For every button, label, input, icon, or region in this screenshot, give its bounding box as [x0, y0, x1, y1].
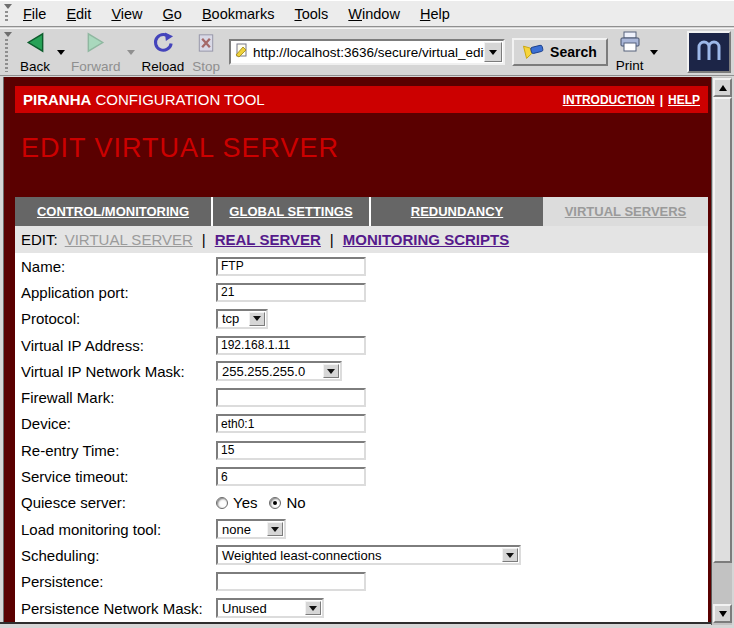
reload-icon	[151, 31, 175, 58]
device-input[interactable]	[216, 414, 366, 433]
menu-tools[interactable]: Tools	[287, 3, 335, 25]
url-history-dropdown[interactable]	[484, 42, 502, 62]
virtual-ip-network-mask-select[interactable]: 255.255.255.0	[216, 361, 342, 381]
print-label: Print	[616, 58, 644, 73]
subnav-links: VIRTUAL SERVER|REAL SERVER|MONITORING SC…	[65, 231, 509, 248]
page-title: EDIT VIRTUAL SERVER	[21, 133, 339, 164]
tab-redundancy[interactable]: REDUNDANCY	[371, 197, 543, 226]
form-row-re-entry-time: Re-entry Time:	[15, 437, 708, 463]
menu-edit[interactable]: Edit	[59, 3, 98, 25]
url-bar: http://localhost:3636/secure/virtual_edi…	[229, 39, 505, 65]
field-label-re-entry-time: Re-entry Time:	[21, 442, 216, 459]
form-row-persistence: Persistence:	[15, 569, 708, 595]
stop-label: Stop	[192, 59, 220, 74]
load-monitoring-tool-select[interactable]: none	[216, 519, 286, 539]
form-row-virtual-ip-address: Virtual IP Address:	[15, 332, 708, 358]
scroll-up-icon[interactable]	[713, 78, 732, 97]
field-label-application-port: Application port:	[21, 284, 216, 301]
menu-file[interactable]: File	[16, 3, 53, 25]
menu-bookmarks[interactable]: Bookmarks	[195, 3, 282, 25]
chevron-down-icon	[305, 601, 321, 615]
search-button[interactable]: Search	[512, 38, 608, 66]
search-label: Search	[550, 44, 597, 60]
re-entry-time-input[interactable]	[216, 441, 366, 460]
scrollbar-thumb[interactable]	[713, 97, 732, 563]
reload-button[interactable]: Reload	[138, 30, 189, 74]
menu-items: FileEditViewGoBookmarksToolsWindowHelp	[16, 3, 463, 25]
scroll-down-icon[interactable]	[713, 604, 732, 623]
name-input[interactable]	[216, 257, 366, 276]
search-icon	[523, 42, 545, 63]
quiesce-server-radio-yes[interactable]	[216, 497, 228, 509]
field-label-load-monitoring-tool: Load monitoring tool:	[21, 521, 216, 538]
field-label-scheduling: Scheduling:	[21, 547, 216, 564]
tab-virtual-servers[interactable]: VIRTUAL SERVERS	[543, 197, 708, 226]
print-button[interactable]: Print	[612, 30, 648, 74]
protocol-select[interactable]: tcp	[216, 309, 268, 329]
url-input[interactable]: http://localhost:3636/secure/virtual_edi…	[250, 45, 484, 60]
piranha-header-bar: PIRANHA CONFIGURATION TOOL INTRODUCTION|…	[15, 86, 708, 113]
field-label-persistence-network-mask: Persistence Network Mask:	[21, 600, 216, 617]
menu-view[interactable]: View	[104, 3, 149, 25]
field-label-persistence: Persistence:	[21, 573, 216, 590]
field-label-name: Name:	[21, 258, 216, 275]
back-dropdown-button[interactable]	[54, 37, 67, 67]
stop-icon	[194, 31, 218, 58]
form-row-virtual-ip-network-mask: Virtual IP Network Mask:255.255.255.0	[15, 358, 708, 384]
reload-label: Reload	[142, 59, 185, 74]
mozilla-logo-icon	[692, 34, 726, 70]
form-row-persistence-network-mask: Persistence Network Mask:Unused	[15, 595, 708, 621]
service-timeout-input[interactable]	[216, 467, 366, 486]
scheduling-select[interactable]: Weighted least-connections	[216, 545, 521, 565]
window-bottom-edge	[0, 622, 711, 628]
introduction-link[interactable]: INTRODUCTION	[563, 93, 655, 107]
subnav-monitoring-scripts[interactable]: MONITORING SCRIPTS	[343, 231, 509, 248]
form-row-application-port: Application port:	[15, 279, 708, 305]
field-label-protocol: Protocol:	[21, 310, 216, 327]
help-link[interactable]: HELP	[668, 93, 700, 107]
menu-help[interactable]: Help	[413, 3, 457, 25]
page-content: PIRANHA CONFIGURATION TOOL INTRODUCTION|…	[3, 77, 711, 622]
back-icon	[23, 31, 47, 58]
print-icon	[618, 31, 642, 57]
field-label-firewall-mark: Firewall Mark:	[21, 389, 216, 406]
forward-dropdown-button[interactable]	[125, 37, 138, 67]
persistence-input[interactable]	[216, 572, 366, 591]
stop-button[interactable]: Stop	[188, 30, 224, 74]
toolbar-grippy[interactable]	[2, 3, 12, 24]
forward-button[interactable]: Forward	[67, 30, 125, 74]
form-row-name: Name:	[15, 253, 708, 279]
virtual-ip-address-input[interactable]	[216, 336, 366, 355]
menu-go[interactable]: Go	[156, 3, 189, 25]
toolbar-grippy[interactable]	[2, 31, 12, 73]
print-dropdown-button[interactable]	[648, 37, 661, 67]
subnav-real-server[interactable]: REAL SERVER	[215, 231, 321, 248]
firewall-mark-input[interactable]	[216, 388, 366, 407]
forward-label: Forward	[71, 59, 121, 74]
form-row-device: Device:	[15, 411, 708, 437]
back-button[interactable]: Back	[16, 30, 54, 74]
tab-global-settings[interactable]: GLOBAL SETTINGS	[213, 197, 371, 226]
mozilla-throbber-button[interactable]	[687, 31, 731, 73]
quiesce-server-radio-no[interactable]	[269, 497, 281, 509]
application-port-input[interactable]	[216, 283, 366, 302]
menu-bar: FileEditViewGoBookmarksToolsWindowHelp	[0, 0, 734, 27]
app-title: PIRANHA CONFIGURATION TOOL	[23, 91, 265, 108]
page-bookmark-icon	[234, 42, 250, 62]
edit-prefix-label: EDIT:	[21, 231, 58, 248]
field-label-service-timeout: Service timeout:	[21, 468, 216, 485]
subnav-virtual-server: VIRTUAL SERVER	[65, 231, 193, 248]
chevron-down-icon	[502, 548, 518, 562]
chevron-down-icon	[323, 364, 339, 378]
menu-window[interactable]: Window	[341, 3, 407, 25]
vertical-scrollbar[interactable]	[711, 77, 732, 625]
browser-window: FileEditViewGoBookmarksToolsWindowHelp B…	[0, 0, 734, 628]
navigation-toolbar: Back Forward Reload Stop http:	[0, 28, 734, 76]
field-label-virtual-ip-address: Virtual IP Address:	[21, 337, 216, 354]
persistence-network-mask-select[interactable]: Unused	[216, 598, 324, 618]
form-row-scheduling: Scheduling:Weighted least-connections	[15, 542, 708, 568]
chevron-down-icon	[249, 312, 265, 326]
field-label-virtual-ip-network-mask: Virtual IP Network Mask:	[21, 363, 216, 380]
tab-control-monitoring[interactable]: CONTROL/MONITORING	[15, 197, 213, 226]
form-row-protocol: Protocol:tcp	[15, 306, 708, 332]
